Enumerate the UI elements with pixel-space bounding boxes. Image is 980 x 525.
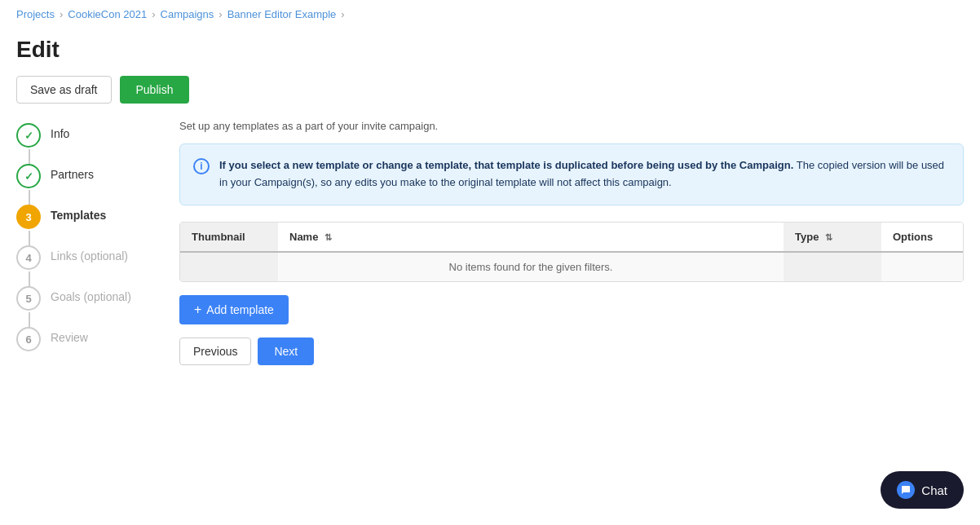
step-info: ✓ Info (16, 123, 163, 164)
breadcrumb: Projects › CookieCon 2021 › Campaigns › … (0, 0, 980, 29)
empty-type-cell (784, 252, 881, 281)
stepper: ✓ Info ✓ Partners 3 Templates 4 Li (16, 120, 163, 365)
step-circle-info: ✓ (16, 123, 41, 148)
col-type: Type ⇅ (784, 223, 881, 252)
step-number-review: 6 (25, 333, 31, 346)
breadcrumb-sep-3: › (219, 8, 222, 20)
step-label-goals: Goals (optional) (51, 286, 131, 303)
sort-name-icon[interactable]: ⇅ (324, 232, 332, 243)
empty-thumb-cell (180, 252, 278, 281)
step-circle-partners: ✓ (16, 164, 41, 188)
step-partners: ✓ Partners (16, 164, 163, 205)
nav-buttons: Previous Next (179, 338, 964, 365)
intro-text: Set up any templates as a part of your i… (179, 120, 964, 132)
next-button[interactable]: Next (258, 338, 314, 365)
step-templates: 3 Templates (16, 205, 163, 245)
breadcrumb-sep-1: › (60, 8, 63, 20)
previous-button[interactable]: Previous (179, 338, 251, 365)
breadcrumb-projects[interactable]: Projects (16, 8, 55, 20)
step-label-templates: Templates (51, 205, 106, 222)
step-label-partners: Partners (51, 164, 94, 181)
step-number-templates: 3 (25, 211, 31, 223)
step-circle-links: 4 (16, 245, 41, 270)
info-box: i If you select a new template or change… (179, 143, 964, 205)
breadcrumb-campaigns[interactable]: Campaigns (161, 8, 214, 20)
toolbar: Save as draft Publish (0, 76, 980, 120)
step-number-links: 4 (25, 252, 31, 264)
empty-options-cell (881, 252, 963, 281)
step-links: 4 Links (optional) (16, 245, 163, 286)
layout: ✓ Info ✓ Partners 3 Templates 4 Li (0, 120, 980, 365)
col-options: Options (881, 223, 963, 252)
check-icon: ✓ (24, 130, 33, 142)
empty-message-cell: No items found for the given filters. (278, 252, 784, 281)
save-draft-button[interactable]: Save as draft (16, 76, 112, 104)
info-icon: i (193, 158, 210, 174)
plus-icon: + (194, 302, 201, 317)
breadcrumb-sep-2: › (152, 8, 155, 20)
breadcrumb-current: Banner Editor Example (227, 8, 337, 20)
page-title: Edit (0, 29, 980, 76)
publish-button[interactable]: Publish (120, 76, 190, 104)
col-thumbnail: Thumbnail (180, 223, 278, 252)
add-template-button[interactable]: + Add template (179, 295, 289, 324)
step-circle-review: 6 (16, 327, 41, 351)
step-circle-goals: 5 (16, 286, 41, 311)
main-content: Set up any templates as a part of your i… (179, 120, 964, 365)
info-box-text: If you select a new template or change a… (219, 157, 950, 192)
add-template-label: Add template (206, 303, 274, 316)
step-circle-templates: 3 (16, 205, 41, 229)
breadcrumb-sep-4: › (341, 8, 344, 20)
templates-table: Thumbnail Name ⇅ Type ⇅ Options (179, 222, 964, 282)
step-label-review: Review (51, 327, 88, 344)
step-goals: 5 Goals (optional) (16, 286, 163, 327)
step-review: 6 Review (16, 327, 163, 351)
col-name: Name ⇅ (278, 223, 784, 252)
sort-type-icon[interactable]: ⇅ (825, 232, 832, 243)
breadcrumb-cookiecon[interactable]: CookieCon 2021 (68, 8, 147, 20)
check-icon-2: ✓ (24, 170, 33, 183)
step-label-info: Info (51, 123, 69, 140)
step-label-links: Links (optional) (51, 245, 128, 262)
step-number-goals: 5 (25, 293, 31, 305)
